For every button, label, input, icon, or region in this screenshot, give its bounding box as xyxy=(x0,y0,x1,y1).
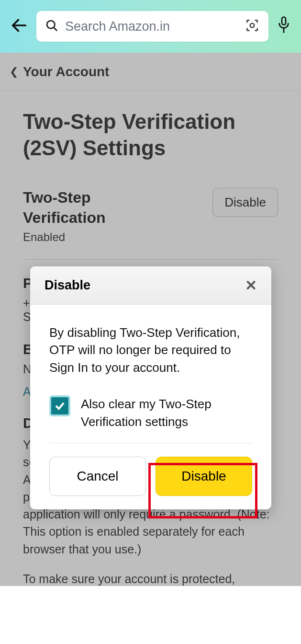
modal-divider xyxy=(49,443,252,443)
camera-lens-icon[interactable] xyxy=(245,18,260,35)
back-arrow-icon[interactable] xyxy=(10,16,29,37)
modal-body: By disabling Two-Step Verification, OTP … xyxy=(30,305,271,509)
confirm-disable-button[interactable]: Disable xyxy=(156,457,252,496)
modal-header: Disable ✕ xyxy=(30,266,271,305)
page-body: ❮ Your Account Two-Step Verification (2S… xyxy=(0,53,301,586)
close-icon[interactable]: ✕ xyxy=(245,277,257,294)
svg-line-2 xyxy=(54,27,56,30)
checkbox-label: Also clear my Two-Step Verification sett… xyxy=(81,395,252,430)
checkbox-row[interactable]: Also clear my Two-Step Verification sett… xyxy=(49,395,252,430)
svg-point-3 xyxy=(250,23,255,28)
modal-actions: Cancel Disable xyxy=(49,457,252,496)
disable-modal: Disable ✕ By disabling Two-Step Verifica… xyxy=(30,266,271,509)
microphone-icon[interactable] xyxy=(276,16,291,37)
modal-body-text: By disabling Two-Step Verification, OTP … xyxy=(49,324,252,376)
svg-rect-4 xyxy=(282,17,286,25)
cancel-button[interactable]: Cancel xyxy=(49,457,146,496)
modal-title: Disable xyxy=(45,278,90,293)
search-icon xyxy=(45,19,58,34)
search-box[interactable]: Search Amazon.in xyxy=(36,11,268,42)
search-placeholder: Search Amazon.in xyxy=(65,19,238,34)
checkbox-checked-icon[interactable] xyxy=(49,395,70,416)
top-bar: Search Amazon.in xyxy=(0,0,301,53)
